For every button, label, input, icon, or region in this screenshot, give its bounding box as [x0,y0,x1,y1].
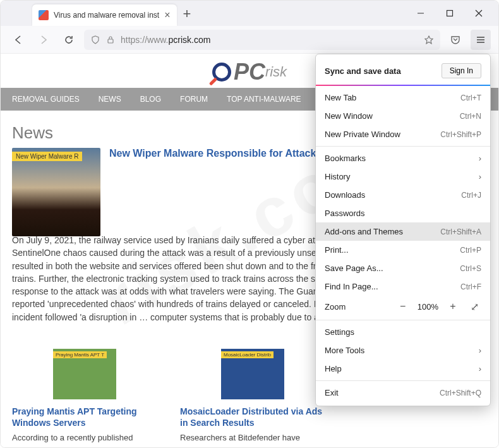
pocket-icon[interactable] [445,30,466,50]
sync-label: Sync and save data [325,66,401,76]
zoom-label: Zoom [325,302,388,312]
card-mosaicloader: MosaicLoader Distrib MosaicLoader Distri… [180,349,325,444]
close-tab-icon[interactable]: × [164,9,170,21]
thumbnail-label: New Wiper Malware R [12,152,82,161]
menu-settings[interactable]: Settings [316,323,490,341]
article-thumbnail[interactable]: New Wiper Malware R [12,148,100,236]
app-menu-popup: Sync and save data Sign In New TabCtrl+T… [315,54,491,406]
nav-news[interactable]: NEWS [99,95,121,104]
chevron-right-icon: › [479,154,481,163]
menu-history[interactable]: History› [316,167,490,186]
forward-button[interactable] [33,30,54,50]
zoom-in-button[interactable]: + [446,300,460,313]
menu-divider-gradient [316,85,490,86]
menu-passwords[interactable]: Passwords [316,204,490,222]
menu-downloads[interactable]: DownloadsCtrl+J [316,186,490,204]
url-bar: https://www.pcrisk.com [1,26,498,54]
minimize-button[interactable] [406,3,435,23]
window-controls [406,1,493,26]
card-body: According to a recently published [12,432,157,444]
chevron-right-icon: › [479,364,481,373]
lock-icon [105,35,116,45]
maximize-button[interactable] [435,3,464,23]
new-tab-button[interactable]: + [183,6,191,26]
menu-addons-themes[interactable]: Add-ons and ThemesCtrl+Shift+A [316,222,490,241]
nav-forum[interactable]: FORUM [180,95,208,104]
menu-bookmarks[interactable]: Bookmarks› [316,149,490,167]
svg-rect-4 [108,39,113,43]
card-thumbnail[interactable]: Praying Mantis APT T [53,349,116,399]
menu-new-tab[interactable]: New TabCtrl+T [316,88,490,107]
app-menu-button[interactable] [471,30,491,50]
address-field[interactable]: https://www.pcrisk.com [84,30,440,50]
favicon-icon [39,10,49,20]
magnifier-icon [212,63,231,82]
nav-top-antimalware[interactable]: TOP ANTI-MALWARE [227,95,301,104]
card-thumb-label: Praying Mantis APT T [53,351,107,358]
menu-sync-row: Sync and save data Sign In [316,58,490,83]
bookmark-star-icon[interactable] [424,35,434,45]
tab-bar: Virus and malware removal inst × + [1,1,498,26]
menu-more-tools[interactable]: More Tools› [316,341,490,360]
nav-removal-guides[interactable]: REMOVAL GUIDES [12,95,80,104]
card-praying-mantis: Praying Mantis APT T Praying Mantis APT … [12,349,157,444]
back-button[interactable] [8,30,28,50]
card-title[interactable]: Praying Mantis APT Targeting Windows Ser… [12,406,157,428]
menu-zoom-row: Zoom − 100% + ⤢ [316,296,490,317]
chevron-right-icon: › [479,346,481,355]
fullscreen-icon[interactable]: ⤢ [467,300,481,313]
zoom-out-button[interactable]: − [396,300,410,313]
reload-button[interactable] [59,30,79,50]
sign-in-button[interactable]: Sign In [442,63,481,78]
chevron-right-icon: › [479,172,481,181]
card-title[interactable]: MosaicLoader Distributed via Ads in Sear… [180,406,325,428]
nav-blog[interactable]: BLOG [140,95,161,104]
menu-exit[interactable]: ExitCtrl+Shift+Q [316,384,490,402]
zoom-value: 100% [418,302,438,312]
menu-new-private-window[interactable]: New Private WindowCtrl+Shift+P [316,125,490,143]
menu-new-window[interactable]: New WindowCtrl+N [316,107,490,125]
card-thumb-label: MosaicLoader Distrib [221,351,274,358]
logo-pc: PC [234,59,265,85]
card-thumbnail[interactable]: MosaicLoader Distrib [221,349,284,399]
menu-save-page-as[interactable]: Save Page As...Ctrl+S [316,259,490,277]
tab-title: Virus and malware removal inst [54,11,159,20]
menu-print[interactable]: Print...Ctrl+P [316,241,490,259]
shield-icon [90,35,100,45]
menu-help[interactable]: Help› [316,360,490,378]
url-text: https://www.pcrisk.com [121,35,419,45]
close-window-button[interactable] [464,3,493,23]
svg-rect-1 [447,11,453,16]
logo-risk: risk [265,64,287,80]
card-body: Researchers at Bitdefender have [180,432,325,444]
browser-tab[interactable]: Virus and malware removal inst × [32,4,177,26]
menu-find-in-page[interactable]: Find In Page...Ctrl+F [316,277,490,296]
